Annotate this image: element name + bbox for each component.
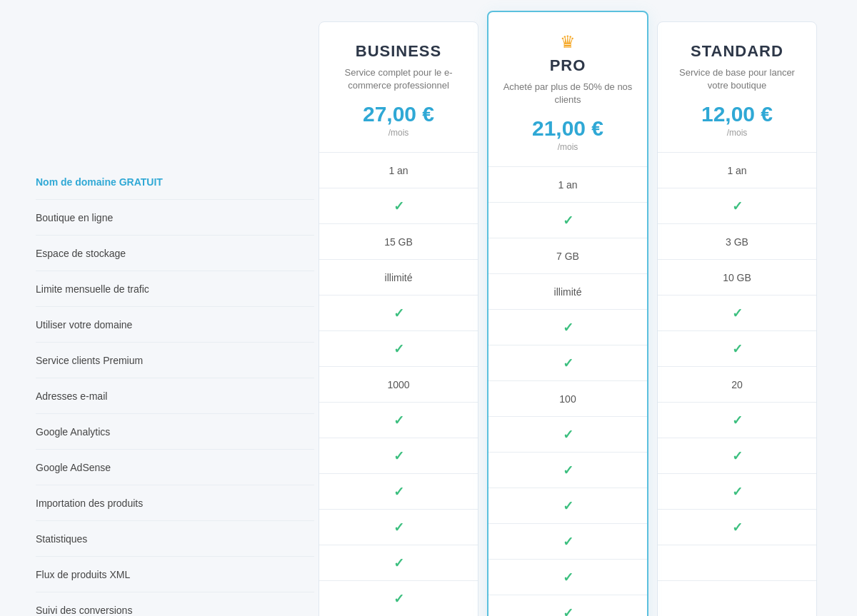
- check-icon: ✓: [563, 320, 573, 335]
- feature-label: Nom de domaine GRATUIT: [36, 164, 314, 200]
- check-icon: ✓: [394, 484, 404, 500]
- plan-header-standard: STANDARDService de base pour lancer votr…: [658, 22, 816, 153]
- cell-value: 1000: [387, 379, 409, 390]
- plan-header-business: BUSINESSService complet pour le e-commer…: [319, 22, 478, 153]
- plan-cell: ✓: [319, 188, 478, 224]
- check-icon: ✓: [563, 498, 573, 514]
- cell-value: 20: [731, 379, 743, 390]
- feature-label: Flux de produits XML: [36, 557, 314, 592]
- check-icon: ✓: [732, 520, 743, 535]
- plan-cell: 7 GB: [488, 238, 647, 274]
- plan-cell: ✓: [319, 510, 478, 545]
- cell-value: illimité: [554, 286, 582, 298]
- check-icon: ✓: [563, 355, 573, 371]
- check-icon: ✓: [563, 534, 573, 550]
- plan-cell: ✓: [319, 474, 478, 510]
- plan-cell: ✓: [658, 331, 816, 367]
- pricing-table: Nom de domaine GRATUITBoutique en ligneE…: [36, 21, 821, 616]
- plan-price-unit: /mois: [331, 128, 466, 138]
- plan-cell: 1000: [319, 367, 478, 403]
- check-icon: ✓: [394, 198, 404, 214]
- cell-value: 10 GB: [723, 272, 751, 283]
- check-icon: ✓: [563, 605, 573, 616]
- plan-price: 21,00 €: [500, 116, 636, 141]
- plan-cell: ✓: [319, 438, 478, 474]
- plan-cell: ✓: [319, 296, 478, 331]
- check-icon: ✓: [394, 555, 404, 571]
- plan-cell: 1 an: [658, 153, 816, 188]
- feature-label: Statistiques: [36, 521, 314, 557]
- cell-value: 1 an: [389, 165, 408, 176]
- check-icon: ✓: [563, 213, 573, 228]
- plan-col-business: BUSINESSService complet pour le e-commer…: [319, 21, 478, 616]
- crown-icon: ♛: [500, 32, 636, 52]
- feature-label: Adresses e-mail: [36, 378, 314, 414]
- check-icon: ✓: [732, 484, 743, 500]
- plan-cell: ✓: [319, 581, 478, 616]
- check-icon: ✓: [732, 341, 743, 357]
- feature-label: Importation des produits: [36, 485, 314, 521]
- plan-cell: ✓: [658, 474, 816, 510]
- plans-container: BUSINESSService complet pour le e-commer…: [314, 21, 821, 616]
- cell-value: 7 GB: [556, 251, 579, 262]
- check-icon: ✓: [732, 306, 743, 321]
- feature-label: Google AdSense: [36, 450, 314, 485]
- plan-desc: Service complet pour le e-commerce profe…: [331, 66, 466, 92]
- plan-cell: ✓: [488, 560, 647, 595]
- plan-cell: ✓: [488, 310, 647, 345]
- plan-price-unit: /mois: [669, 128, 805, 138]
- check-icon: ✓: [394, 306, 404, 321]
- plan-col-standard: STANDARDService de base pour lancer votr…: [657, 21, 817, 616]
- check-icon: ✓: [563, 463, 573, 478]
- feature-label: Espace de stockage: [36, 236, 314, 271]
- plan-cell: ✓: [488, 453, 647, 488]
- plan-cell: ✓: [488, 203, 647, 238]
- plan-name: STANDARD: [669, 42, 805, 61]
- plan-cell: ✓: [488, 488, 647, 524]
- plan-cell: 100: [488, 381, 647, 417]
- check-icon: ✓: [394, 413, 404, 428]
- plan-cell: ✓: [658, 510, 816, 545]
- plan-cell: 20: [658, 367, 816, 403]
- plan-col-pro: ♛PROAcheté par plus de 50% de nos client…: [487, 11, 648, 616]
- cell-value: 3 GB: [726, 236, 748, 248]
- check-icon: ✓: [563, 427, 573, 443]
- plan-desc: Acheté par plus de 50% de nos clients: [500, 81, 636, 106]
- plan-cell: 10 GB: [658, 260, 816, 296]
- cell-value: 100: [559, 393, 576, 405]
- plan-name: PRO: [500, 56, 636, 75]
- plan-rows: 1 an✓15 GBillimité✓✓1000✓✓✓✓✓✓✓: [319, 153, 478, 616]
- check-icon: ✓: [732, 198, 743, 214]
- cell-value: 1 an: [558, 179, 577, 191]
- cell-value: illimité: [385, 272, 413, 283]
- features-list: Nom de domaine GRATUITBoutique en ligneE…: [36, 164, 314, 616]
- plan-header-pro: ♛PROAcheté par plus de 50% de nos client…: [488, 12, 647, 167]
- check-icon: ✓: [394, 591, 404, 607]
- plan-cell: [658, 581, 816, 616]
- plan-name: BUSINESS: [331, 42, 466, 61]
- plan-cell: 15 GB: [319, 224, 478, 260]
- plan-cell: ✓: [319, 403, 478, 438]
- check-icon: ✓: [732, 413, 743, 428]
- check-icon: ✓: [394, 448, 404, 464]
- plan-cell: ✓: [488, 417, 647, 453]
- check-icon: ✓: [732, 448, 743, 464]
- plan-cell: [658, 545, 816, 581]
- plan-cell: ✓: [658, 296, 816, 331]
- plan-price-unit: /mois: [500, 142, 636, 152]
- plan-cell: ✓: [488, 345, 647, 381]
- feature-label: Service clients Premium: [36, 343, 314, 378]
- plan-cell: 3 GB: [658, 224, 816, 260]
- plan-cell: ✓: [488, 595, 647, 616]
- plan-cell: illimité: [319, 260, 478, 296]
- feature-label: Suivi des conversions: [36, 592, 314, 616]
- plan-cell: ✓: [658, 438, 816, 474]
- plan-price: 12,00 €: [669, 102, 805, 126]
- check-icon: ✓: [394, 341, 404, 357]
- plan-cell: 1 an: [319, 153, 478, 188]
- plan-rows: 1 an✓3 GB10 GB✓✓20✓✓✓✓: [658, 153, 816, 616]
- feature-label: Boutique en ligne: [36, 200, 314, 236]
- check-icon: ✓: [394, 520, 404, 535]
- plan-price: 27,00 €: [331, 102, 466, 126]
- cell-value: 1 an: [727, 165, 746, 176]
